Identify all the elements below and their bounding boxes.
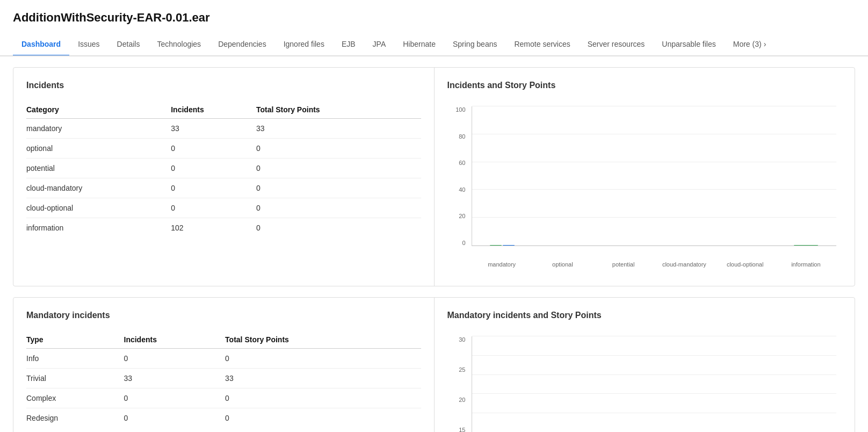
col-mandatory-incidents: Incidents [124,331,226,349]
cell-incidents: 33 [124,369,226,388]
tab-jpa[interactable]: JPA [364,33,395,56]
tab-server-resources[interactable]: Server resources [579,33,654,56]
table-row: information 102 0 [26,218,421,238]
table-row: Trivial 33 33 [26,369,421,388]
cell-type: Complex [26,388,124,408]
mandatory-chart-title: Mandatory incidents and Story Points [447,311,842,320]
incidents-card: Incidents Category Incidents Total Story… [13,67,855,286]
col-incidents: Incidents [171,101,256,119]
tab-technologies[interactable]: Technologies [148,33,209,56]
cell-incidents: 0 [171,198,256,218]
table-row: cloud-mandatory 0 0 [26,178,421,198]
col-type: Type [26,331,124,349]
chevron-right-icon: › [764,40,766,48]
cell-type: Redesign [26,408,124,428]
incidents-title: Incidents [26,81,421,90]
tab-hibernate[interactable]: Hibernate [394,33,444,56]
tab-spring-beans[interactable]: Spring beans [444,33,506,56]
cell-incidents: 33 [171,119,256,139]
mandatory-y-axis: 15 20 25 30 [447,336,469,432]
cell-type: Trivial [26,369,124,388]
bar-story-points [503,245,515,246]
mandatory-bars-area [472,336,837,432]
cell-incidents: 0 [171,139,256,159]
cell-story-points: 0 [256,198,421,218]
x-label: optional [532,261,593,268]
tab-dependencies[interactable]: Dependencies [209,33,275,56]
cell-category: cloud-optional [26,198,171,218]
cell-incidents: 102 [171,218,256,238]
cell-category: information [26,218,171,238]
cell-story-points: 0 [225,349,421,369]
mandatory-table: Type Incidents Total Story Points Info 0… [26,331,421,428]
table-row: Complex 0 0 [26,388,421,408]
cell-category: mandatory [26,119,171,139]
cell-story-points: 0 [256,159,421,178]
cell-story-points: 0 [256,139,421,159]
table-row: Redesign 0 0 [26,408,421,428]
incidents-y-axis: 0 20 40 60 80 100 [447,106,469,246]
mandatory-card: Mandatory incidents Type Incidents Total… [13,297,855,432]
cell-story-points: 0 [256,178,421,198]
x-label: potential [593,261,654,268]
cell-category: cloud-mandatory [26,178,171,198]
cell-story-points: 0 [256,218,421,238]
bar-group [490,245,514,246]
cell-category: optional [26,139,171,159]
cell-story-points: 33 [256,119,421,139]
mandatory-chart: 15 20 25 30 InfoTrivialComplexRedesign [447,331,842,432]
x-label: information [776,261,836,268]
incidents-table-section: Incidents Category Incidents Total Story… [13,68,435,286]
incidents-table: Category Incidents Total Story Points ma… [26,101,421,237]
cell-incidents: 0 [124,349,226,369]
table-row: Info 0 0 [26,349,421,369]
bar-group [794,245,818,246]
incidents-x-labels: mandatoryoptionalpotentialcloud-mandator… [472,261,837,268]
cell-incidents: 0 [171,178,256,198]
tab-unparsable-files[interactable]: Unparsable files [653,33,724,56]
col-story-points: Total Story Points [256,101,421,119]
cell-type: Info [26,349,124,369]
table-row: mandatory 33 33 [26,119,421,139]
mandatory-title: Mandatory incidents [26,311,421,320]
bar-incidents [490,245,502,246]
table-row: optional 0 0 [26,139,421,159]
mandatory-chart-section: Mandatory incidents and Story Points 15 … [435,298,855,432]
table-row: cloud-optional 0 0 [26,198,421,218]
incidents-bars-area [472,106,837,246]
mandatory-table-section: Mandatory incidents Type Incidents Total… [13,298,435,432]
bar-incidents [794,245,818,246]
x-label: cloud-optional [715,261,776,268]
app-title: AdditionWithSecurity-EAR-0.01.ear [0,0,868,33]
x-label: mandatory [472,261,532,268]
incidents-chart: 0 20 40 60 80 100 mandatoryoptionalpoten… [447,101,842,273]
col-category: Category [26,101,171,119]
incidents-chart-section: Incidents and Story Points 0 20 40 60 80… [435,68,855,286]
tab-ignored-files[interactable]: Ignored files [275,33,333,56]
tab-ejb[interactable]: EJB [333,33,364,56]
table-row: potential 0 0 [26,159,421,178]
page-content: Incidents Category Incidents Total Story… [0,56,868,432]
tab-more[interactable]: More (3) › [725,33,775,56]
tab-details[interactable]: Details [108,33,149,56]
incidents-chart-title: Incidents and Story Points [447,81,842,90]
cell-story-points: 33 [225,369,421,388]
tab-issues[interactable]: Issues [69,33,108,56]
cell-incidents: 0 [124,388,226,408]
cell-story-points: 0 [225,408,421,428]
cell-story-points: 0 [225,388,421,408]
cell-incidents: 0 [171,159,256,178]
cell-incidents: 0 [124,408,226,428]
col-mandatory-story-points: Total Story Points [225,331,421,349]
tab-bar: Dashboard Issues Details Technologies De… [0,33,868,56]
cell-category: potential [26,159,171,178]
tab-remote-services[interactable]: Remote services [505,33,578,56]
tab-dashboard[interactable]: Dashboard [13,33,69,56]
x-label: cloud-mandatory [654,261,714,268]
